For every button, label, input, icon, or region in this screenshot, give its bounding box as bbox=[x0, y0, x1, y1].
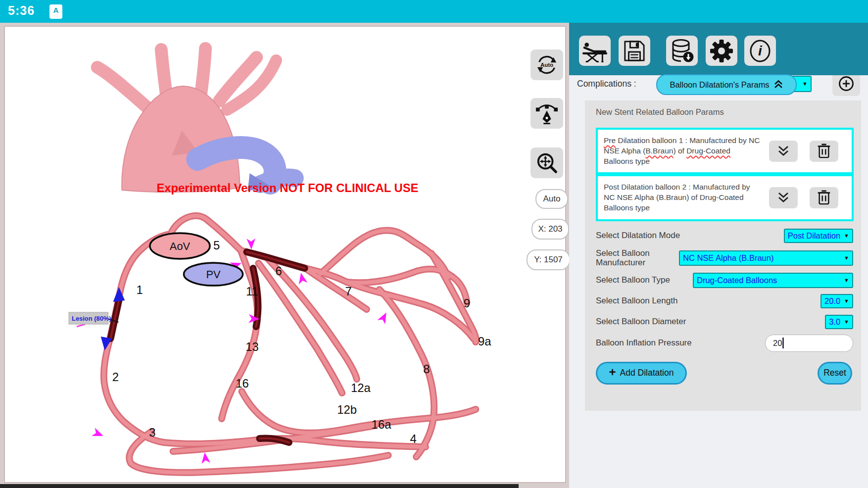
segment-label-12b: 12b bbox=[337, 403, 357, 416]
database-download-icon bbox=[670, 39, 694, 63]
balloon-card-description: Pre Dilatation balloon 1 : Manufactured … bbox=[604, 136, 761, 166]
add-dilatation-button[interactable]: + Add Dilatation bbox=[596, 362, 687, 385]
segment-label-3: 3 bbox=[149, 426, 155, 439]
chevron-double-down-icon bbox=[777, 145, 790, 157]
manufacturer-row: Select Balloon Manufacturer NC NSE Alpha… bbox=[596, 248, 853, 268]
coronary-tree-canvas[interactable]: Experimental Version NOT FOR CLINICAL US… bbox=[5, 27, 565, 482]
balloon-diameter-row: Select Balloon Diameter 3.0 ▼ bbox=[596, 314, 853, 330]
params-header-label: Balloon Dilatation's Params bbox=[670, 80, 769, 90]
chevron-down-icon: ▼ bbox=[844, 255, 849, 261]
balloon-diameter-select[interactable]: 3.0 ▼ bbox=[825, 315, 853, 329]
coronary-map-panel: Experimental Version NOT FOR CLINICAL US… bbox=[4, 26, 566, 483]
patient-bed-icon bbox=[582, 40, 607, 62]
chevron-down-icon: ▼ bbox=[844, 233, 849, 239]
balloon-length-label: Select Balloon Length bbox=[596, 296, 677, 306]
pen-tool-icon bbox=[535, 102, 558, 125]
chevron-down-icon: ▼ bbox=[802, 81, 808, 87]
params-header-toggle[interactable]: Balloon Dilatation's Params bbox=[656, 74, 797, 95]
zoom-pan-icon bbox=[535, 151, 558, 174]
segment-label-11: 11 bbox=[246, 285, 258, 298]
balloon-params-section: New Stent Related Balloon Params Pre Dil… bbox=[585, 100, 861, 411]
delete-balloon-button[interactable] bbox=[810, 141, 838, 162]
plus-icon: + bbox=[609, 365, 616, 379]
segment-label-16a: 16a bbox=[372, 418, 391, 431]
segment-label-9: 9 bbox=[464, 296, 470, 310]
params-buttons-row: + Add Dilatation Reset bbox=[596, 362, 853, 385]
text-cursor bbox=[782, 338, 784, 348]
svg-text:Auto: Auto bbox=[540, 62, 553, 68]
trash-icon bbox=[817, 190, 831, 205]
aov-node[interactable]: AoV bbox=[150, 233, 210, 259]
aov-label: AoV bbox=[170, 240, 191, 252]
balloon-card: Pre Dilatation balloon 1 : Manufactured … bbox=[596, 128, 854, 174]
info-icon: i bbox=[748, 39, 772, 63]
balloon-card-actions bbox=[769, 141, 838, 162]
circled-plus-icon bbox=[838, 75, 855, 92]
status-bar: 5:36 A ... bbox=[0, 0, 868, 23]
auto-refresh-icon: Auto bbox=[535, 53, 558, 76]
svg-text:i: i bbox=[758, 43, 763, 58]
segment-label-12a: 12a bbox=[351, 381, 371, 394]
settings-button[interactable] bbox=[706, 36, 737, 66]
balloon-length-row: Select Balloon Length 20.0 ▼ bbox=[596, 293, 853, 309]
balloon-diameter-label: Select Balloon Diameter bbox=[596, 317, 686, 327]
expand-balloon-button[interactable] bbox=[769, 141, 798, 162]
segment-label-6: 6 bbox=[275, 264, 282, 278]
chevron-double-down-icon bbox=[777, 192, 790, 203]
section-label: New Stent Related Balloon Params bbox=[596, 107, 853, 117]
balloon-card: Post Dilatation balloon 2 : Manufactured… bbox=[596, 174, 854, 221]
auto-refresh-button[interactable]: Auto bbox=[530, 49, 563, 80]
auto-mode-pill[interactable]: Auto bbox=[535, 189, 568, 209]
patient-button[interactable] bbox=[579, 36, 611, 66]
balloon-type-row: Select Balloon Type Drug-Coated Balloons… bbox=[596, 272, 853, 289]
balloon-card-description: Post Dilatation balloon 2 : Manufactured… bbox=[604, 182, 761, 213]
segment-label-16: 16 bbox=[236, 377, 248, 390]
controls-panel: i Balloon Dilatation's Params New Stent … bbox=[569, 23, 868, 488]
x-coordinate-pill: X: 203 bbox=[531, 219, 569, 240]
manufacturer-select[interactable]: NC NSE Alpha (B.Braun) ▼ bbox=[679, 250, 853, 266]
zoom-pan-button[interactable] bbox=[530, 147, 563, 178]
segment-label-13: 13 bbox=[245, 340, 258, 353]
toolbar: i bbox=[569, 23, 868, 75]
chevron-down-icon: ▼ bbox=[844, 277, 849, 283]
dilatation-mode-select[interactable]: Post Dilatation ▼ bbox=[784, 229, 853, 243]
segment-label-7: 7 bbox=[345, 285, 351, 298]
gear-icon bbox=[710, 39, 733, 63]
clock: 5:36 bbox=[8, 3, 35, 18]
lesion-label: Lesion (80%) bbox=[72, 315, 111, 322]
segment-label-4: 4 bbox=[410, 432, 417, 445]
balloon-type-label: Select Balloon Type bbox=[596, 275, 670, 285]
chevron-down-icon: ▼ bbox=[844, 298, 849, 304]
segment-label-2: 2 bbox=[112, 370, 119, 384]
pv-node[interactable]: PV bbox=[184, 263, 242, 286]
trash-icon bbox=[817, 143, 831, 159]
save-icon bbox=[623, 40, 646, 62]
segment-label-9a: 9a bbox=[478, 335, 491, 348]
database-export-button[interactable] bbox=[666, 36, 698, 66]
edit-vessel-button[interactable] bbox=[530, 98, 563, 129]
segment-label-1: 1 bbox=[136, 283, 143, 296]
collapse-up-icon bbox=[773, 80, 783, 90]
balloon-length-select[interactable]: 20.0 ▼ bbox=[820, 294, 853, 308]
save-button[interactable] bbox=[619, 36, 650, 66]
manufacturer-label: Select Balloon Manufacturer bbox=[596, 248, 670, 268]
y-coordinate-pill: Y: 1507 bbox=[527, 249, 570, 270]
inflation-pressure-label: Balloon Inflation Pressure bbox=[596, 338, 692, 348]
clinical-warning: Experimental Version NOT FOR CLINICAL US… bbox=[156, 181, 418, 195]
dilatation-mode-label: Select Dilatation Mode bbox=[596, 231, 680, 241]
balloon-type-select[interactable]: Drug-Coated Balloons ▼ bbox=[693, 273, 853, 288]
segment-label-5: 5 bbox=[213, 239, 220, 252]
delete-balloon-button[interactable] bbox=[810, 187, 838, 208]
dilatation-mode-row: Select Dilatation Mode Post Dilatation ▼ bbox=[596, 228, 853, 244]
aorta-3d-model bbox=[97, 49, 295, 192]
balloon-cards: Pre Dilatation balloon 1 : Manufactured … bbox=[596, 128, 854, 221]
reset-button[interactable]: Reset bbox=[818, 362, 852, 385]
window-bottom-edge bbox=[0, 484, 519, 488]
info-button[interactable]: i bbox=[744, 36, 776, 66]
expand-balloon-button[interactable] bbox=[769, 187, 798, 208]
app-status-icon: A ... bbox=[49, 4, 62, 19]
inflation-pressure-input[interactable]: 20 bbox=[765, 335, 853, 352]
pv-label: PV bbox=[206, 268, 221, 281]
inflation-pressure-row: Balloon Inflation Pressure 20 bbox=[596, 335, 853, 352]
chevron-down-icon: ▼ bbox=[844, 319, 849, 325]
